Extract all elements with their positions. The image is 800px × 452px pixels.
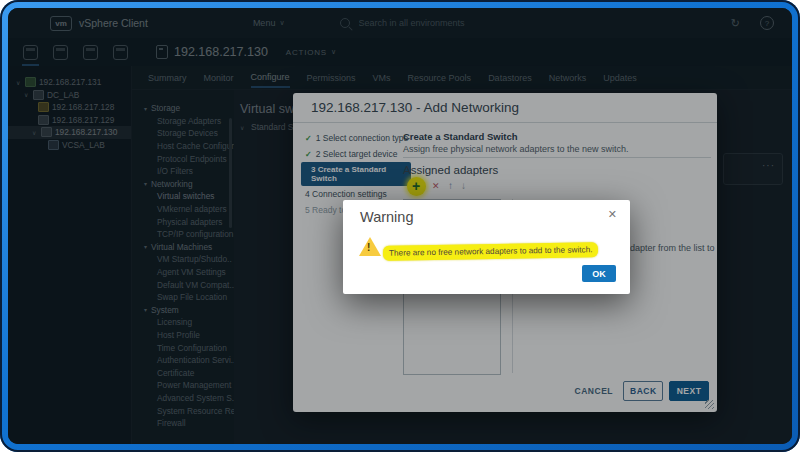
vsphere-client-window: vm vSphere Client Menu ∨ ↻ ? 192.1: [8, 8, 792, 444]
warning-message: There are no free network adapters to ad…: [383, 240, 598, 259]
warning-dialog: Warning ✕ ! There are no free network ad…: [343, 200, 630, 294]
warning-icon-mark: !: [367, 242, 370, 253]
highlighted-text: There are no free network adapters to ad…: [383, 242, 599, 261]
screenshot-frame: vm vSphere Client Menu ∨ ↻ ? 192.1: [0, 0, 800, 452]
ok-button[interactable]: OK: [582, 265, 616, 282]
warning-title: Warning: [360, 209, 413, 225]
close-icon[interactable]: ✕: [608, 208, 617, 221]
